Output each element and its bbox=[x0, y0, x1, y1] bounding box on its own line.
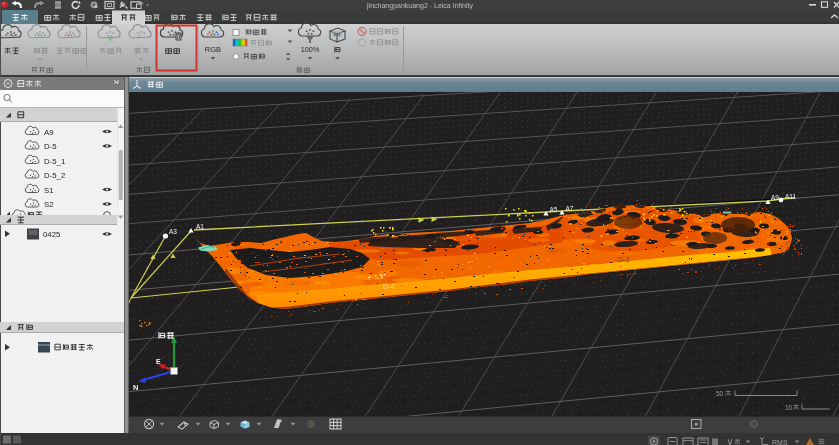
svg-text:S2: S2 bbox=[44, 200, 54, 209]
svg-text:D-5_2: D-5_2 bbox=[44, 171, 65, 180]
svg-text:A1: A1 bbox=[196, 223, 204, 230]
svg-text:D-3: D-3 bbox=[618, 256, 629, 263]
svg-text:A5: A5 bbox=[550, 206, 558, 213]
svg-text:0425: 0425 bbox=[43, 230, 61, 239]
svg-text:jinchangpankuang2 - Leica Infi: jinchangpankuang2 - Leica Infinity bbox=[366, 2, 473, 10]
svg-text:A9: A9 bbox=[771, 194, 779, 201]
svg-text:A9: A9 bbox=[44, 128, 54, 137]
svg-text:D-5_1: D-5_1 bbox=[44, 157, 65, 166]
svg-text:xyz: xyz bbox=[334, 32, 342, 37]
svg-text:50: 50 bbox=[716, 390, 724, 397]
svg-text:10: 10 bbox=[785, 404, 793, 411]
svg-text:N: N bbox=[133, 383, 138, 392]
svg-text:E: E bbox=[156, 358, 161, 365]
svg-text:100%: 100% bbox=[301, 45, 320, 54]
svg-text:A7: A7 bbox=[566, 205, 574, 212]
svg-text:A3: A3 bbox=[169, 228, 177, 235]
svg-text:D-4: D-4 bbox=[383, 283, 394, 290]
svg-text:A11: A11 bbox=[785, 193, 796, 200]
svg-text:RMS: RMS bbox=[772, 439, 788, 445]
svg-text:RGB: RGB bbox=[205, 45, 221, 54]
svg-text:D-5: D-5 bbox=[44, 142, 57, 151]
svg-text:S1: S1 bbox=[44, 186, 54, 195]
